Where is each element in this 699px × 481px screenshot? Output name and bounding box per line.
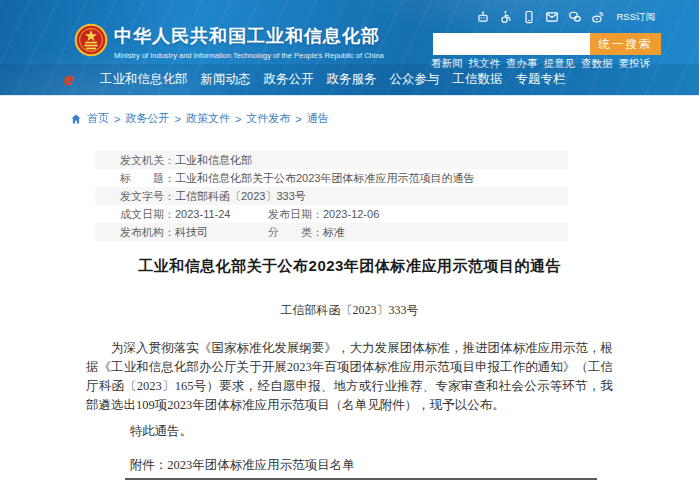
nav-item-home[interactable]: 工业和信息化部 [100,71,188,88]
body-paragraph: 为深入贯彻落实《国家标准化发展纲要》，大力发展团体标准，推进团体标准应用示范，根… [86,339,613,415]
national-emblem-icon [74,23,108,57]
mail-icon[interactable] [545,10,559,24]
meta-row-title: 标 题： 工业和信息化部关于公布2023年团体标准应用示范项目的通告 [95,169,568,187]
site-title[interactable]: 中华人民共和国工业和信息化部 [114,24,384,48]
page-title: 工业和信息化部关于公布2023年团体标准应用示范项目的通告 [0,257,699,276]
breadcrumb-file-release[interactable]: 文件发布 [246,111,290,126]
meta-row-dates: 成文日期： 2023-11-24 发布日期： 2023-12-06 [95,205,568,223]
nav-item-data[interactable]: 工信数据 [453,71,503,88]
accessibility-icon[interactable] [499,10,513,24]
meta-row-doc-number: 发文字号： 工信部科函〔2023〕333号 [95,187,568,205]
search-input[interactable] [433,33,590,55]
rss-subscribe-link[interactable]: RSS订阅 [616,11,655,24]
breadcrumb-home[interactable]: 首页 [87,111,109,126]
main-nav: e 工业和信息化部 新闻动态 政务公开 政务服务 公众参与 工信数据 专题专栏 [0,64,699,95]
nav-item-public-participation[interactable]: 公众参与 [390,71,440,88]
breadcrumb-gov-disclosure[interactable]: 政务公开 [125,111,169,126]
site-title-block[interactable]: 中华人民共和国工业和信息化部 Ministry of Industry and … [114,24,384,60]
nav-item-special-topics[interactable]: 专题专栏 [516,71,566,88]
breadcrumb-separator: > [295,113,301,125]
attachment-line: 附件：2023年团体标准应用示范项目名单 [130,456,613,475]
document-meta-table: 发文机关： 工业和信息化部 标 题： 工业和信息化部关于公布2023年团体标准应… [95,151,568,241]
meta-row-org-category: 发布机构： 科技司 分 类： 标准 [95,223,568,241]
nav-items: 工业和信息化部 新闻动态 政务公开 政务服务 公众参与 工信数据 专题专栏 [100,71,566,88]
nav-item-gov-services[interactable]: 政务服务 [327,71,377,88]
site-header: 中华人民共和国工业和信息化部 Ministry of Industry and … [0,0,699,96]
breadcrumb-policy-files[interactable]: 政策文件 [186,111,230,126]
search-area: 统一搜索 [433,33,661,55]
site-subtitle: Ministry of Industry and Information Tec… [114,51,384,60]
notice-line: 特此通告。 [130,422,613,441]
document-body: 为深入贯彻落实《国家标准化发展纲要》，大力发展团体标准，推进团体标准应用示范，根… [86,339,613,475]
breadcrumb-current: 通告 [307,111,329,126]
header-utility-icons: RSS订阅 [476,10,655,24]
breadcrumb-separator: > [114,113,120,125]
robot-icon[interactable] [476,10,490,24]
weibo-icon[interactable] [591,10,605,24]
home-icon[interactable] [70,113,82,125]
footer-divider [125,478,597,480]
breadcrumb: 首页 > 政务公开 > 政策文件 > 文件发布 > 通告 [0,96,699,126]
breadcrumb-separator: > [235,113,241,125]
nav-item-gov-disclosure[interactable]: 政务公开 [264,71,314,88]
nav-item-news[interactable]: 新闻动态 [201,71,251,88]
search-button[interactable]: 统一搜索 [590,33,661,55]
meta-row-issuing-agency: 发文机关： 工业和信息化部 [95,151,568,169]
document-number: 工信部科函〔2023〕333号 [0,302,699,319]
breadcrumb-separator: > [174,113,180,125]
mobile-icon[interactable] [522,10,536,24]
page: 中华人民共和国工业和信息化部 Ministry of Industry and … [0,0,699,481]
wechat-icon[interactable] [568,10,582,24]
miit-e-logo-icon[interactable]: e [64,70,73,90]
